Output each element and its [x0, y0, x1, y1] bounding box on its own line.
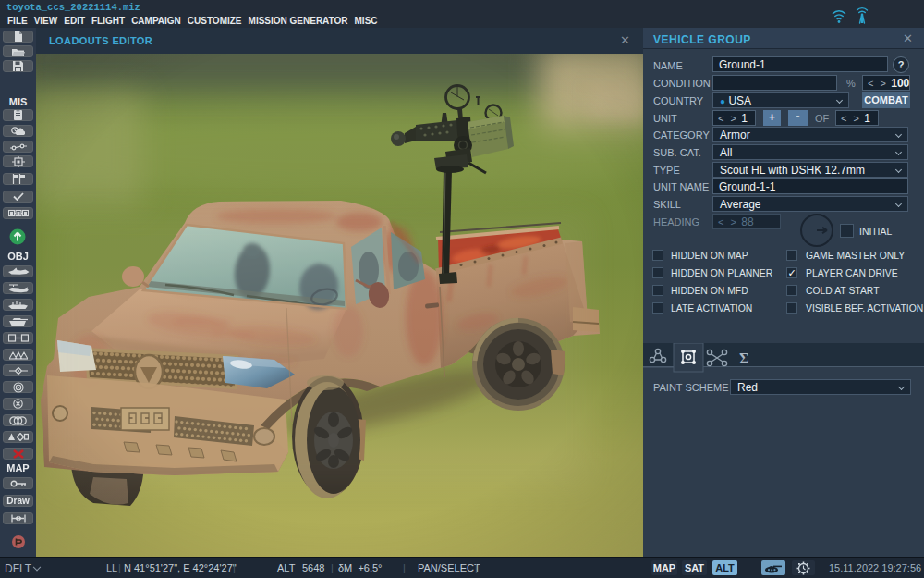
svg-text:Σ: Σ: [739, 350, 748, 366]
